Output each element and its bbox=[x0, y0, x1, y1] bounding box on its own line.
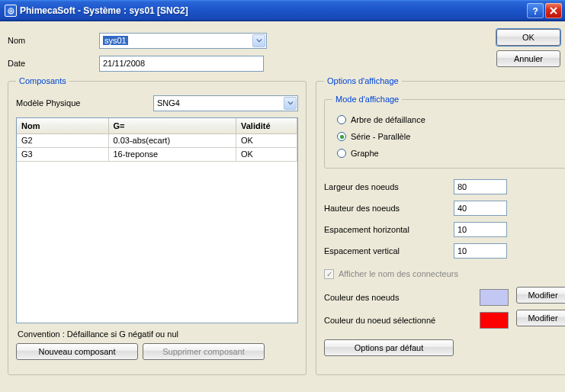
cell: G3 bbox=[17, 147, 108, 161]
radio-label: Graphe bbox=[351, 149, 379, 158]
cell: 0.03-abs(ecart) bbox=[108, 133, 236, 147]
composants-group: Composants Modèle Physique SNG4 Nom bbox=[8, 76, 307, 375]
date-label: Date bbox=[8, 59, 99, 68]
node-color-swatch bbox=[480, 289, 509, 306]
radio-icon bbox=[337, 149, 346, 158]
check-label: Afficher le nom des connecteurs bbox=[339, 269, 458, 278]
client-area: Nom sys01 Date OK Annuler Composants bbox=[0, 21, 565, 392]
modify-sel-color-button[interactable]: Modifier bbox=[516, 310, 565, 326]
node-width-label: Largeur des noeuds bbox=[324, 182, 454, 191]
radio-serie[interactable]: Série - Parallèle bbox=[332, 128, 561, 145]
vspacing-input[interactable] bbox=[454, 243, 507, 259]
ok-button[interactable]: OK bbox=[496, 29, 560, 46]
cell: OK bbox=[236, 147, 297, 161]
chevron-down-icon[interactable] bbox=[252, 34, 265, 47]
radio-icon bbox=[337, 132, 346, 141]
model-value: SNG4 bbox=[157, 98, 180, 108]
help-button[interactable]: ? bbox=[527, 3, 544, 18]
cell: OK bbox=[236, 133, 297, 147]
mode-group: Mode d'affichage Arbre de défaillance Sé… bbox=[324, 95, 565, 169]
chevron-down-icon[interactable] bbox=[284, 97, 297, 110]
name-label: Nom bbox=[8, 36, 99, 45]
model-label: Modèle Physique bbox=[16, 98, 153, 108]
sel-node-color-swatch bbox=[480, 312, 509, 329]
node-width-input[interactable] bbox=[454, 179, 507, 194]
modify-node-color-button[interactable]: Modifier bbox=[516, 287, 565, 304]
col-validite[interactable]: Validité bbox=[236, 118, 297, 133]
hspacing-label: Espacement horizontal bbox=[324, 225, 454, 234]
svg-text:?: ? bbox=[532, 6, 538, 15]
table-row[interactable]: G3 16-treponse OK bbox=[17, 147, 297, 161]
radio-icon bbox=[337, 115, 346, 124]
radio-label: Série - Parallèle bbox=[351, 132, 410, 141]
node-color-label: Couleur des noeuds bbox=[324, 293, 480, 302]
radio-label: Arbre de défaillance bbox=[351, 115, 425, 124]
components-table[interactable]: Nom G= Validité G2 0.03-abs(ecart) OK G3 bbox=[16, 117, 298, 323]
col-g[interactable]: G= bbox=[108, 118, 236, 133]
new-component-button[interactable]: Nouveau composant bbox=[16, 343, 138, 360]
composants-legend: Composants bbox=[16, 76, 69, 85]
show-connectors-check: ✓ Afficher le nom des connecteurs bbox=[324, 265, 565, 283]
cell: 16-treponse bbox=[108, 147, 236, 161]
name-combo[interactable]: sys01 bbox=[99, 33, 267, 49]
date-input[interactable] bbox=[99, 56, 264, 72]
table-row[interactable]: G2 0.03-abs(ecart) OK bbox=[17, 133, 297, 147]
col-nom[interactable]: Nom bbox=[17, 118, 108, 133]
options-legend: Options d'affichage bbox=[324, 76, 402, 85]
mode-legend: Mode d'affichage bbox=[332, 95, 402, 104]
app-icon: ◎ bbox=[5, 5, 17, 17]
delete-component-button[interactable]: Supprimer composant bbox=[143, 343, 265, 360]
radio-graph[interactable]: Graphe bbox=[332, 145, 561, 162]
titlebar: ◎ PhimecaSoft - Système : sys01 [SNG2] ? bbox=[0, 0, 565, 21]
window-title: PhimecaSoft - Système : sys01 [SNG2] bbox=[20, 5, 525, 16]
sel-node-color-label: Couleur du noeud sélectionné bbox=[324, 316, 480, 325]
vspacing-label: Espacement vertical bbox=[324, 246, 454, 255]
close-button[interactable] bbox=[545, 3, 562, 18]
cancel-button[interactable]: Annuler bbox=[496, 50, 560, 67]
name-value: sys01 bbox=[103, 36, 128, 45]
hspacing-input[interactable] bbox=[454, 222, 507, 237]
radio-tree[interactable]: Arbre de défaillance bbox=[332, 111, 561, 128]
node-height-label: Hauteur des noeuds bbox=[324, 204, 454, 213]
model-combo[interactable]: SNG4 bbox=[153, 95, 298, 111]
checkbox-icon: ✓ bbox=[324, 269, 334, 279]
defaults-button[interactable]: Options par défaut bbox=[324, 339, 454, 356]
node-height-input[interactable] bbox=[454, 201, 507, 216]
cell: G2 bbox=[17, 133, 108, 147]
convention-text: Convention : Défaillance si G négatif ou… bbox=[18, 329, 298, 339]
options-group: Options d'affichage Mode d'affichage Arb… bbox=[316, 76, 565, 375]
